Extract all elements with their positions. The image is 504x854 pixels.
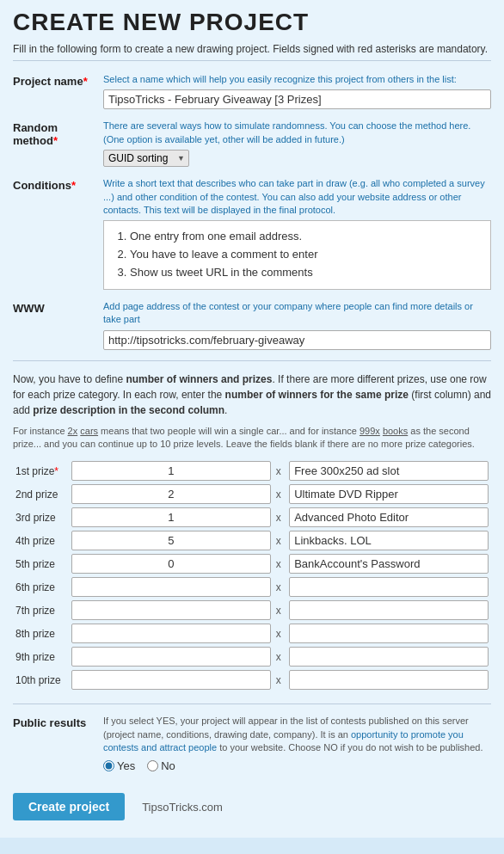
prize-rank-label: 6th prize bbox=[13, 575, 69, 599]
page-title: CREATE NEW PROJECT bbox=[13, 9, 491, 36]
condition-item-1: One entry from one email address. bbox=[130, 228, 482, 246]
prize-count-cell bbox=[69, 599, 274, 622]
prize-count-input[interactable] bbox=[71, 577, 271, 597]
prize-desc-input[interactable] bbox=[289, 531, 489, 550]
prize-count-cell bbox=[69, 622, 274, 645]
www-hint: Add page address of the contest or your … bbox=[103, 300, 491, 327]
prize-count-cell bbox=[69, 482, 274, 506]
prize-rank-label: 7th prize bbox=[13, 599, 69, 622]
prize-x-separator: x bbox=[274, 645, 286, 668]
project-name-input[interactable] bbox=[103, 89, 491, 109]
prize-x-separator: x bbox=[274, 575, 286, 599]
prize-count-input[interactable] bbox=[71, 461, 271, 481]
prize-desc-cell bbox=[286, 506, 491, 529]
radio-no-input[interactable] bbox=[147, 760, 158, 771]
prize-rank-label: 1st prize* bbox=[13, 459, 69, 482]
prize-desc-input[interactable] bbox=[289, 484, 489, 504]
random-method-row: Random method* There are several ways ho… bbox=[13, 120, 491, 167]
prize-rank-label: 4th prize bbox=[13, 529, 69, 552]
random-method-select[interactable]: GUID sorting bbox=[103, 150, 189, 167]
random-method-select-wrapper: GUID sorting ▼ bbox=[103, 150, 189, 167]
prize-rank-label: 2nd prize bbox=[13, 482, 69, 506]
section-divider-2 bbox=[13, 703, 491, 704]
public-results-row: Public results If you select YES, your p… bbox=[13, 715, 491, 781]
prize-x-separator: x bbox=[274, 599, 286, 622]
form-footer: Create project TipsoTricks.com bbox=[13, 793, 491, 820]
page-wrapper: CREATE NEW PROJECT Fill in the following… bbox=[0, 0, 504, 838]
prize-x-separator: x bbox=[274, 668, 286, 691]
footer-brand: TipsoTricks.com bbox=[142, 801, 223, 814]
prize-count-cell bbox=[69, 506, 274, 529]
prize-count-input[interactable] bbox=[71, 670, 271, 690]
conditions-box[interactable]: One entry from one email address. You ha… bbox=[103, 220, 491, 289]
conditions-row: Conditions* Write a short text that desc… bbox=[13, 177, 491, 290]
condition-item-3: Show us tweet URL in the comments bbox=[130, 264, 482, 282]
project-name-row: Project name* Select a name which will h… bbox=[13, 73, 491, 109]
prize-desc-cell bbox=[286, 482, 491, 506]
prize-rank-label: 3rd prize bbox=[13, 506, 69, 529]
www-input[interactable] bbox=[103, 330, 491, 350]
prize-rank-label: 9th prize bbox=[13, 645, 69, 668]
www-content: Add page address of the contest or your … bbox=[103, 300, 491, 350]
prize-x-separator: x bbox=[274, 622, 286, 645]
prize-desc-cell bbox=[286, 552, 491, 575]
public-results-radios: Yes No bbox=[103, 759, 491, 772]
radio-yes-input[interactable] bbox=[103, 760, 114, 771]
prize-count-cell bbox=[69, 529, 274, 552]
prize-x-separator: x bbox=[274, 506, 286, 529]
radio-yes-option[interactable]: Yes bbox=[103, 759, 135, 772]
prize-count-cell bbox=[69, 459, 274, 482]
section-divider-1 bbox=[13, 360, 491, 361]
prize-table: 1st prize*x2nd prizex3rd prizex4th prize… bbox=[13, 459, 491, 691]
prize-row: 2nd prizex bbox=[13, 482, 491, 506]
prize-count-cell bbox=[69, 552, 274, 575]
prize-count-input[interactable] bbox=[71, 554, 271, 574]
prize-count-input[interactable] bbox=[71, 647, 271, 667]
prize-desc-input[interactable] bbox=[289, 600, 489, 620]
prize-row: 9th prizex bbox=[13, 645, 491, 668]
prize-desc-input[interactable] bbox=[289, 461, 489, 481]
prize-row: 10th prizex bbox=[13, 668, 491, 691]
create-project-button[interactable]: Create project bbox=[13, 793, 125, 820]
prize-count-input[interactable] bbox=[71, 600, 271, 620]
prize-count-input[interactable] bbox=[71, 624, 271, 643]
conditions-hint: Write a short text that describes who ca… bbox=[103, 177, 491, 217]
random-method-label: Random method* bbox=[13, 120, 103, 147]
public-results-content: If you select YES, your project will app… bbox=[103, 715, 491, 781]
prize-desc-cell bbox=[286, 575, 491, 599]
winners-note: For instance 2x cars means that two peop… bbox=[13, 425, 491, 452]
prize-count-cell bbox=[69, 575, 274, 599]
prize-desc-input[interactable] bbox=[289, 670, 489, 690]
public-results-hint: If you select YES, your project will app… bbox=[103, 715, 491, 754]
condition-item-2: You have to leave a comment to enter bbox=[130, 246, 482, 264]
prize-desc-cell bbox=[286, 529, 491, 552]
prize-count-input[interactable] bbox=[71, 531, 271, 550]
prize-count-input[interactable] bbox=[71, 507, 271, 527]
radio-no-option[interactable]: No bbox=[147, 759, 175, 772]
prize-row: 5th prizex bbox=[13, 552, 491, 575]
prize-desc-input[interactable] bbox=[289, 554, 489, 574]
prize-desc-input[interactable] bbox=[289, 507, 489, 527]
project-name-content: Select a name which will help you easily… bbox=[103, 73, 491, 109]
random-method-content: There are several ways how to simulate r… bbox=[103, 120, 491, 167]
project-name-label: Project name* bbox=[13, 73, 103, 88]
radio-yes-label: Yes bbox=[117, 759, 135, 772]
prize-desc-input[interactable] bbox=[289, 647, 489, 667]
prize-rank-label: 5th prize bbox=[13, 552, 69, 575]
prize-row: 1st prize*x bbox=[13, 459, 491, 482]
www-row: WWW Add page address of the contest or y… bbox=[13, 300, 491, 350]
project-name-hint: Select a name which will help you easily… bbox=[103, 73, 491, 86]
prize-row: 8th prizex bbox=[13, 622, 491, 645]
prize-desc-input[interactable] bbox=[289, 624, 489, 643]
prize-x-separator: x bbox=[274, 459, 286, 482]
intro-text: Fill in the following form to create a n… bbox=[13, 43, 491, 61]
prize-count-input[interactable] bbox=[71, 484, 271, 504]
prize-desc-input[interactable] bbox=[289, 577, 489, 597]
prize-desc-cell bbox=[286, 645, 491, 668]
prize-desc-cell bbox=[286, 668, 491, 691]
prize-row: 7th prizex bbox=[13, 599, 491, 622]
random-method-hint: There are several ways how to simulate r… bbox=[103, 120, 491, 146]
conditions-label: Conditions* bbox=[13, 177, 103, 192]
prize-x-separator: x bbox=[274, 529, 286, 552]
conditions-content: Write a short text that describes who ca… bbox=[103, 177, 491, 290]
